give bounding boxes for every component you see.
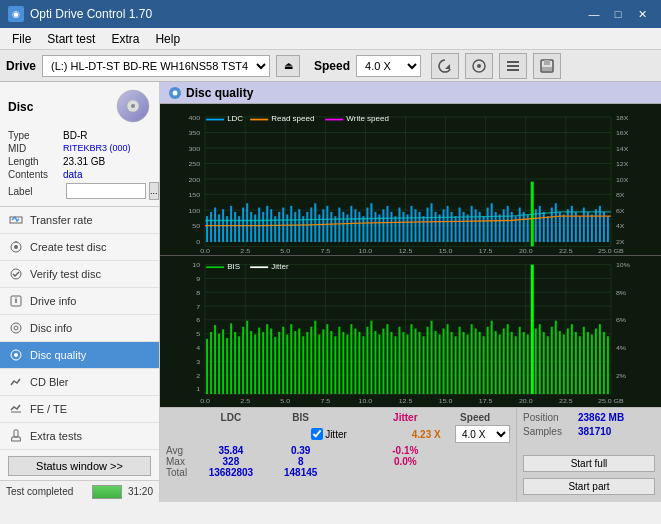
svg-text:200: 200 [188,176,200,182]
refresh-button[interactable] [431,53,459,79]
top-chart-svg: 400 350 300 250 200 150 100 50 0 18X 16X… [160,104,661,255]
svg-rect-124 [386,206,388,242]
sidebar-item-transfer-rate[interactable]: Transfer rate [0,207,159,234]
svg-rect-130 [411,206,413,242]
quality-header-icon [168,86,182,100]
svg-rect-326 [575,332,577,394]
svg-rect-8 [542,67,552,71]
sidebar-item-fe-te[interactable]: FE / TE [0,396,159,423]
svg-rect-142 [459,208,461,243]
svg-rect-302 [479,332,481,394]
svg-rect-317 [539,324,541,394]
svg-rect-3 [507,61,519,63]
samples-row: Samples 381710 [523,426,655,437]
svg-rect-274 [366,327,368,394]
svg-rect-112 [338,208,340,243]
svg-rect-135 [431,203,433,242]
sidebar-item-disc-quality[interactable]: Disc quality [0,342,159,369]
svg-text:250: 250 [188,161,200,167]
drive-label: Drive [6,59,36,73]
eject-button[interactable]: ⏏ [276,55,300,77]
menu-file[interactable]: File [4,30,39,48]
svg-rect-273 [362,336,364,394]
svg-rect-330 [591,335,593,395]
refresh-icon [437,58,453,74]
start-part-button[interactable]: Start part [523,478,655,495]
sidebar-item-verify-test-disc[interactable]: Verify test disc [0,261,159,288]
disc-contents-row: Contents data [8,169,151,180]
max-ldc: 328 [196,456,266,467]
svg-rect-307 [495,331,497,394]
minimize-button[interactable]: — [583,5,605,23]
svg-rect-110 [330,212,332,242]
save-button[interactable] [533,53,561,79]
svg-text:0.0: 0.0 [200,397,210,403]
svg-rect-162 [539,206,541,242]
svg-rect-258 [302,336,304,394]
svg-rect-268 [342,332,344,394]
svg-text:2%: 2% [616,372,626,378]
jitter-checkbox[interactable] [311,428,323,440]
sidebar-item-extra-tests[interactable]: Extra tests [0,423,159,450]
drive-select[interactable]: (L:) HL-DT-ST BD-RE WH16NS58 TST4 [42,55,270,77]
total-label: Total [166,467,196,478]
svg-text:Jitter: Jitter [271,262,289,270]
sidebar-item-cd-bler[interactable]: CD Bler [0,369,159,396]
total-ldc: 13682803 [196,467,266,478]
stats-table: LDC BIS Jitter Speed Jitter 4.23 X [160,408,516,502]
svg-rect-131 [415,209,417,242]
sidebar-item-drive-info[interactable]: Drive info [0,288,159,315]
svg-rect-291 [435,331,437,394]
disc-button[interactable] [465,53,493,79]
svg-rect-136 [435,212,437,242]
svg-rect-123 [382,209,384,242]
close-button[interactable]: ✕ [631,5,653,23]
svg-text:LDC: LDC [227,115,244,123]
max-jitter: 0.0% [370,456,440,467]
speed-select[interactable]: 4.0 X [356,55,421,77]
start-full-button[interactable]: Start full [523,455,655,472]
svg-rect-312 [515,336,517,394]
svg-rect-265 [330,331,332,394]
svg-text:6%: 6% [616,317,626,323]
sidebar-item-create-test-disc[interactable]: Create test disc [0,234,159,261]
svg-marker-0 [445,64,450,69]
svg-rect-102 [298,209,300,242]
svg-text:18X: 18X [616,114,629,120]
svg-rect-254 [286,335,288,395]
settings-button[interactable] [499,53,527,79]
svg-rect-292 [439,335,441,395]
svg-text:400: 400 [188,114,200,120]
disc-info-label: Disc info [30,322,72,334]
bottom-chart-svg: 10 9 8 7 6 5 4 3 2 1 10% 8% 6% 4% 2% [160,256,661,407]
svg-rect-92 [258,208,260,243]
svg-rect-288 [423,336,425,394]
maximize-button[interactable]: □ [607,5,629,23]
samples-value: 381710 [578,426,611,437]
speed-select2[interactable]: 4.0 X [455,425,510,443]
svg-rect-252 [278,332,280,394]
svg-rect-150 [491,203,493,242]
svg-text:5.0: 5.0 [280,397,290,403]
svg-text:16X: 16X [616,130,629,136]
nav-items: Transfer rate Create test disc [0,207,159,450]
menu-help[interactable]: Help [147,30,188,48]
create-test-disc-icon [8,239,24,255]
svg-rect-127 [398,208,400,243]
status-window-button[interactable]: Status window >> [8,456,151,476]
label-input[interactable] [66,183,146,199]
svg-rect-169 [567,209,569,242]
label-browse-button[interactable]: ... [149,182,159,200]
sidebar-item-disc-info[interactable]: Disc info [0,315,159,342]
disc-section-label: Disc [8,100,33,114]
top-chart: 400 350 300 250 200 150 100 50 0 18X 16X… [160,104,661,256]
avg-ldc: 35.84 [196,445,266,456]
svg-text:2: 2 [196,372,200,378]
menu-extra[interactable]: Extra [103,30,147,48]
svg-rect-277 [378,335,380,395]
svg-rect-263 [322,329,324,394]
svg-rect-293 [443,328,445,394]
verify-test-disc-icon [8,266,24,282]
menu-start-test[interactable]: Start test [39,30,103,48]
svg-rect-331 [595,328,597,394]
